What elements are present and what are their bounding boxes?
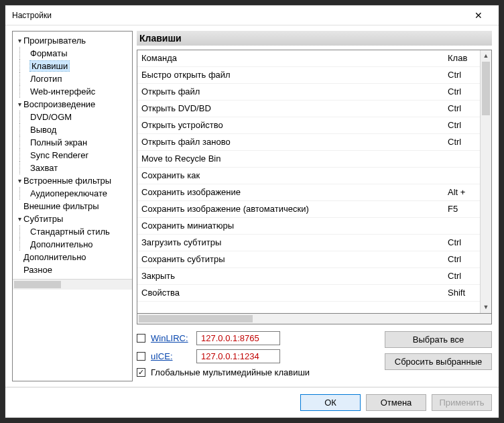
tree-item[interactable]: Sync Renderer: [26, 149, 131, 162]
table-row[interactable]: Быстро открыть файлCtrl: [137, 67, 480, 84]
key-cell: Alt +: [448, 186, 476, 199]
scroll-down-arrow-icon[interactable]: ▼: [481, 302, 491, 313]
table-row[interactable]: Сохранить изображениеAlt +: [137, 184, 480, 201]
uice-link[interactable]: uICE:: [151, 351, 191, 361]
table-row[interactable]: Открыть DVD/BDCtrl: [137, 101, 480, 117]
table-row[interactable]: ЗакрытьCtrl: [137, 268, 480, 285]
tree-item-label: Клавиши: [30, 61, 69, 71]
tree-item-label: Дополнительно: [30, 239, 93, 249]
key-cell: Ctrl: [448, 102, 476, 115]
tree-item[interactable]: Стандартный стиль: [26, 225, 131, 238]
tree-item[interactable]: Дополнительно: [26, 238, 131, 251]
tree-group[interactable]: ▾Встроенные фильтры: [14, 174, 131, 187]
collapse-icon[interactable]: ▾: [15, 215, 23, 223]
table-row[interactable]: Сохранить миниатюры: [137, 218, 480, 235]
key-cell: [448, 152, 476, 166]
tree-item-label: Sync Renderer: [30, 150, 88, 160]
tree-item[interactable]: Логотип: [26, 72, 131, 85]
table-row[interactable]: Открыть устройствоCtrl: [137, 117, 480, 134]
tree-item[interactable]: DVD/OGM: [26, 111, 131, 123]
tree-group-label: Разное: [23, 265, 52, 275]
tree-item[interactable]: Аудиопереключате: [26, 187, 131, 200]
tree-item[interactable]: Вывод: [26, 123, 131, 136]
tree-group[interactable]: ▾Проигрыватель: [14, 34, 131, 47]
command-cell: Сохранить миниатюры: [141, 219, 448, 233]
commands-list[interactable]: Команда Клав Быстро открыть файлCtrlОткр…: [137, 50, 492, 314]
command-cell: Свойства: [141, 286, 448, 300]
tree-horizontal-scrollbar[interactable]: [13, 279, 132, 290]
tree-group[interactable]: ▾Субтитры: [14, 213, 131, 225]
tree-group[interactable]: Разное: [14, 263, 131, 276]
key-cell: Ctrl: [448, 236, 476, 249]
winlirc-input[interactable]: [196, 331, 280, 345]
tree-panel[interactable]: ▾ПроигрывательФорматыКлавишиЛоготипWeb-и…: [12, 31, 133, 381]
command-cell: Закрыть: [141, 269, 448, 283]
tree-item[interactable]: Полный экран: [26, 136, 131, 149]
table-row[interactable]: Move to Recycle Bin: [137, 151, 480, 168]
tree-group[interactable]: Дополнительно: [14, 251, 131, 263]
settings-window: Настройки ✕ ▾ПроигрывательФорматыКлавиши…: [5, 5, 499, 418]
list-horizontal-scrollbar[interactable]: [137, 314, 492, 324]
close-icon[interactable]: ✕: [465, 10, 492, 21]
table-row[interactable]: Открыть файлCtrl: [137, 84, 480, 101]
command-cell: Быстро открыть файл: [141, 68, 448, 82]
tree-item[interactable]: Клавиши: [26, 60, 131, 72]
vertical-scrollbar[interactable]: ▲ ▼: [480, 50, 491, 313]
tree-group-label: Внешние фильтры: [23, 201, 99, 211]
tree-group[interactable]: Внешние фильтры: [14, 200, 131, 213]
tree-item[interactable]: Web-интерфейс: [26, 85, 131, 98]
tree-item-label: Аудиопереключате: [30, 188, 107, 198]
key-cell: Ctrl: [448, 269, 476, 283]
key-cell: [448, 169, 476, 182]
column-key: Клав: [448, 52, 476, 65]
table-row[interactable]: СвойстваShift: [137, 285, 480, 302]
tree-item-label: Полный экран: [30, 137, 87, 147]
key-cell: [448, 219, 476, 233]
tree-item[interactable]: Форматы: [26, 47, 131, 60]
tree-item-label: Стандартный стиль: [30, 227, 110, 237]
global-media-keys-checkbox[interactable]: [137, 368, 145, 377]
key-cell: F5: [448, 202, 476, 216]
tree-group[interactable]: ▾Воспроизведение: [14, 98, 131, 111]
collapse-icon[interactable]: ▾: [15, 37, 23, 44]
tree-item-label: Web-интерфейс: [30, 86, 95, 97]
ok-button[interactable]: ОК: [300, 394, 361, 411]
table-row[interactable]: Сохранить как: [137, 168, 480, 184]
key-cell: Ctrl: [448, 85, 476, 99]
apply-button[interactable]: Применить: [432, 394, 492, 411]
collapse-icon[interactable]: ▾: [15, 101, 23, 108]
command-cell: Сохранить субтитры: [141, 253, 448, 266]
list-header: Команда Клав: [137, 50, 480, 67]
command-cell: Move to Recycle Bin: [141, 152, 448, 166]
uice-input[interactable]: [196, 349, 280, 363]
dialog-footer: ОК Отмена Применить: [5, 387, 499, 418]
table-row[interactable]: Загрузить субтитрыCtrl: [137, 235, 480, 251]
tree-item-label: DVD/OGM: [30, 112, 72, 122]
table-row[interactable]: Сохранить субтитрыCtrl: [137, 251, 480, 268]
collapse-icon[interactable]: ▾: [15, 177, 23, 184]
table-row[interactable]: Сохранить изображение (автоматически)F5: [137, 201, 480, 218]
cancel-button[interactable]: Отмена: [366, 394, 426, 411]
reset-selected-button[interactable]: Сбросить выбранные: [385, 353, 492, 370]
key-cell: Ctrl: [448, 68, 476, 82]
command-cell: Открыть устройство: [141, 119, 448, 132]
command-cell: Открыть DVD/BD: [141, 102, 448, 115]
column-command: Команда: [141, 52, 448, 65]
tree-group-label: Встроенные фильтры: [23, 176, 111, 186]
uice-checkbox[interactable]: [137, 352, 145, 361]
section-title: Клавиши: [137, 31, 492, 46]
tree-item-label: Логотип: [30, 74, 62, 84]
tree-item[interactable]: Захват: [26, 162, 131, 174]
winlirc-link[interactable]: WinLIRC:: [151, 333, 191, 343]
command-cell: Сохранить изображение: [141, 186, 448, 199]
key-cell: Shift: [448, 286, 476, 300]
select-all-button[interactable]: Выбрать все: [385, 331, 492, 348]
tree-item-label: Захват: [30, 163, 58, 173]
command-cell: Открыть файл: [141, 85, 448, 99]
winlirc-checkbox[interactable]: [137, 334, 145, 343]
tree-group-label: Субтитры: [23, 214, 63, 224]
scroll-up-arrow-icon[interactable]: ▲: [481, 50, 491, 62]
key-cell: Ctrl: [448, 135, 476, 149]
tree-group-label: Проигрыватель: [23, 36, 86, 46]
table-row[interactable]: Открыть файл зановоCtrl: [137, 134, 480, 151]
